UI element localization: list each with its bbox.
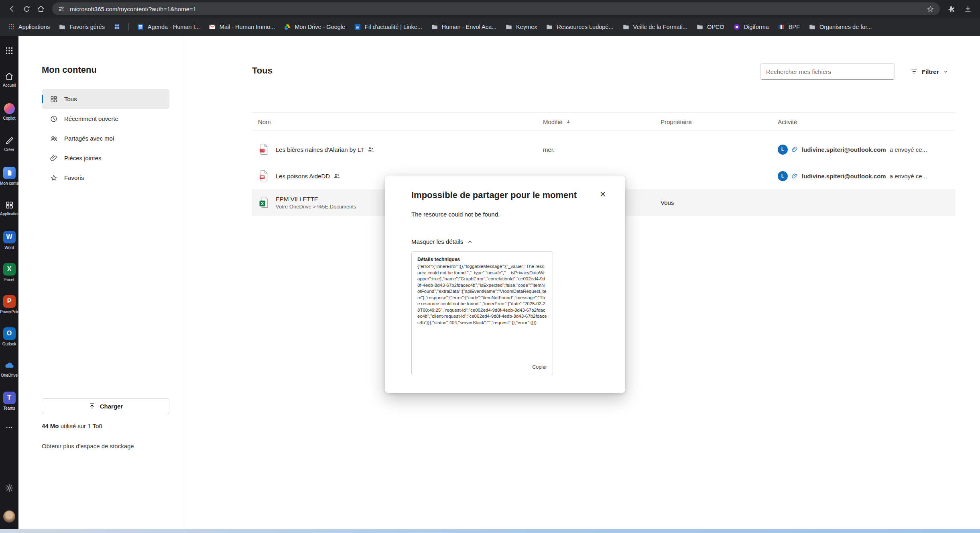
rail-item-label: Excel <box>0 278 18 282</box>
rail-item-word[interactable]: W Word <box>0 224 18 256</box>
column-header-nom[interactable]: Nom <box>252 118 537 125</box>
user-avatar[interactable] <box>3 511 15 523</box>
file-name-text: EPM VILLETTE <box>276 196 318 202</box>
chevron-up-icon <box>467 239 473 245</box>
upload-button-label: Charger <box>100 403 123 410</box>
bookmark-item[interactable]: Organismes de for... <box>805 20 876 33</box>
rail-item-outlook[interactable]: O Outlook <box>0 321 18 353</box>
google-drive-icon <box>284 23 291 31</box>
rail-item-mon-contenu[interactable]: Mon contenu <box>0 160 18 192</box>
upload-button[interactable]: Charger <box>42 398 169 414</box>
sidebar-title: Mon contenu <box>42 65 97 75</box>
rail-item-copilot[interactable]: Copilot <box>0 96 18 128</box>
home-icon <box>37 5 45 13</box>
settings-button[interactable] <box>5 484 14 492</box>
bookmark-label: Fil d'actualité | Linke... <box>365 24 422 30</box>
site-info-icon[interactable] <box>58 5 65 12</box>
extensions-button[interactable] <box>944 2 958 16</box>
bookmark-item[interactable]: Mon Drive - Google <box>280 20 349 33</box>
table-row[interactable]: Les bières naines d'Alarian by LT mer. L… <box>252 136 955 163</box>
technical-details-title: Détails techniques <box>417 257 547 262</box>
sidebar: Mon contenu Tous Récemment ouverte Parta… <box>18 36 186 529</box>
rail-item-creer[interactable]: Créer <box>0 128 18 160</box>
gear-icon <box>5 484 14 492</box>
bookmark-item[interactable]: Veille de la Formati... <box>618 20 691 33</box>
bookmark-blue-grid[interactable] <box>110 20 124 33</box>
pencil-icon <box>5 136 14 145</box>
column-header-modifie[interactable]: Modifié <box>537 118 655 125</box>
shared-people-icon <box>333 172 340 180</box>
rail-item-teams[interactable]: T Teams <box>0 385 18 417</box>
search-input[interactable] <box>760 63 895 80</box>
technical-details-box: Détails techniques {"error":{"innerError… <box>411 251 553 375</box>
bookmark-label: Veille de la Formati... <box>633 24 687 30</box>
sidebar-item-tous[interactable]: Tous <box>42 89 169 109</box>
word-icon: W <box>3 231 16 243</box>
home-icon <box>4 71 14 81</box>
people-icon <box>50 135 58 143</box>
paperclip-icon <box>791 173 798 180</box>
rail-item-applications[interactable]: Applications <box>0 192 18 224</box>
apps-colorful-grid-icon <box>8 23 15 30</box>
filter-button[interactable]: Filtrer <box>906 63 953 80</box>
back-button[interactable] <box>5 2 19 16</box>
bookmark-star-icon[interactable] <box>927 5 934 13</box>
linkedin-icon: in <box>354 23 361 31</box>
sidebar-item-label: Pièces jointes <box>64 155 102 161</box>
bookmark-label: Ressources Ludopé... <box>557 24 613 30</box>
sidebar-item-recemment-ouverte[interactable]: Récemment ouverte <box>42 109 169 129</box>
svg-text:31: 31 <box>139 26 142 28</box>
bookmark-item[interactable]: Ressources Ludopé... <box>542 20 617 33</box>
chevron-down-icon <box>943 69 948 74</box>
bookmark-item[interactable]: Keymex <box>501 20 541 33</box>
column-header-label: Modifié <box>543 118 562 125</box>
hide-details-toggle[interactable]: Masquer les détails <box>411 238 473 245</box>
rail-item-powerpoint[interactable]: P PowerPoint <box>0 288 18 321</box>
rail-item-label: Créer <box>0 147 18 152</box>
paperclip-icon <box>50 154 58 162</box>
ellipsis-icon <box>5 423 13 431</box>
bookmark-item[interactable]: BPF <box>774 20 804 33</box>
refresh-button[interactable] <box>19 2 34 16</box>
bookmark-item[interactable]: in Fil d'actualité | Linke... <box>350 20 426 33</box>
sidebar-item-favoris[interactable]: Favoris <box>42 168 169 188</box>
rail-item-label: Copilot <box>0 116 18 120</box>
dialog-close-button[interactable]: × <box>596 187 610 201</box>
bookmark-managed-favorites[interactable]: Favoris gérés <box>55 20 109 33</box>
owner-cell: Vous <box>655 199 772 206</box>
sidebar-item-partages-avec-moi[interactable]: Partagés avec moi <box>42 129 169 148</box>
downloads-button[interactable] <box>961 2 975 16</box>
rail-item-accueil[interactable]: Accueil <box>0 63 18 96</box>
clock-icon <box>50 115 58 123</box>
home-button[interactable] <box>34 2 48 16</box>
sidebar-item-label: Favoris <box>64 174 84 181</box>
copy-button[interactable]: Copier <box>532 364 547 370</box>
rail-more-button[interactable] <box>0 417 18 438</box>
bookmark-item[interactable]: Human - Envol Aca... <box>427 20 500 33</box>
column-header-proprietaire[interactable]: Propriétaire <box>655 118 772 125</box>
folder-icon <box>809 23 816 31</box>
bookmark-item[interactable]: Mail - Human Immo... <box>205 20 279 33</box>
hide-details-label: Masquer les détails <box>411 238 463 245</box>
url-text[interactable]: microsoft365.com/mycontent/?auth=1&home=… <box>70 6 922 12</box>
name-cell: Les bières naines d'Alarian by LT <box>252 143 537 155</box>
rail-item-label: PowerPoint <box>0 310 18 314</box>
bookmark-item[interactable]: 31 Agenda - Human I... <box>133 20 204 33</box>
download-icon <box>964 5 972 13</box>
address-bar[interactable]: microsoft365.com/mycontent/?auth=1&home=… <box>52 2 940 15</box>
rail-item-onedrive[interactable]: OneDrive <box>0 353 18 385</box>
rail-item-label: Mon contenu <box>0 181 18 186</box>
taskbar-edge <box>0 529 980 533</box>
share-error-dialog: Impossible de partager pour le moment × … <box>385 176 625 393</box>
bookmark-apps-shortcut[interactable]: Applications <box>4 20 54 33</box>
rail-item-excel[interactable]: X Excel <box>0 256 18 288</box>
column-header-activite[interactable]: Activité <box>772 118 955 125</box>
get-more-storage-link[interactable]: Obtenir plus d'espace de stockage <box>42 443 134 449</box>
my-content-tile-icon <box>3 167 16 179</box>
sidebar-item-pieces-jointes[interactable]: Pièces jointes <box>42 148 169 168</box>
rail-item-label: Outlook <box>0 342 18 346</box>
sort-down-icon <box>565 119 571 125</box>
bookmark-item[interactable]: OPCO <box>692 20 728 33</box>
app-launcher-button[interactable] <box>4 45 14 56</box>
bookmark-item[interactable]: Digiforma <box>729 20 773 33</box>
